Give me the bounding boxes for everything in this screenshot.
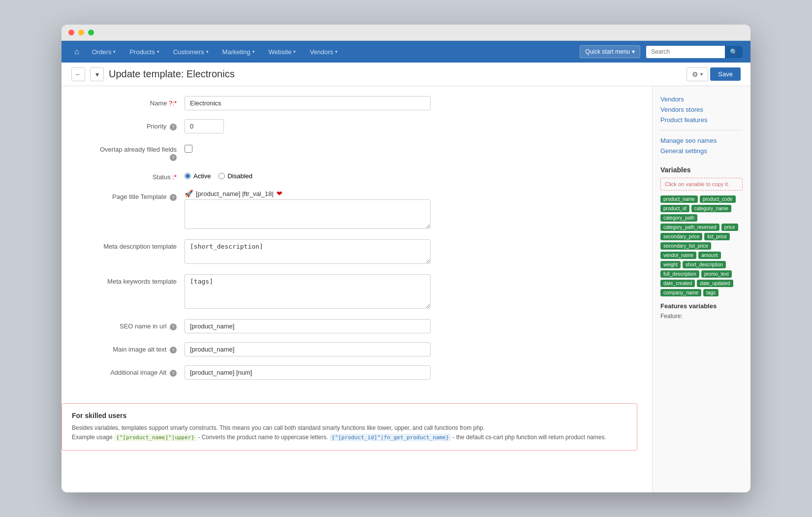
- save-button[interactable]: Save: [710, 67, 741, 81]
- status-active-radio[interactable]: [185, 173, 191, 179]
- back-button[interactable]: ←: [71, 67, 85, 81]
- sidebar-link-vendors[interactable]: Vendors: [660, 94, 743, 104]
- website-arrow-icon: ▾: [293, 49, 296, 54]
- additional-image-label: Additional image Alt ?: [76, 365, 185, 377]
- priority-input[interactable]: [185, 119, 224, 133]
- priority-help-icon[interactable]: ?: [170, 124, 177, 130]
- variable-tag-date_created[interactable]: date_created: [660, 280, 695, 287]
- overlap-field-row: Overlap already filled fields ?: [76, 142, 431, 161]
- status-radio-group: Active Disabled: [185, 170, 431, 180]
- sidebar-link-manage-seo[interactable]: Manage seo names: [660, 135, 743, 146]
- top-nav: ⌂ Orders ▾ Products ▾ Customers ▾ Market…: [62, 41, 750, 63]
- quick-start-menu[interactable]: Quick start menu ▾: [580, 45, 640, 58]
- orders-arrow-icon: ▾: [113, 49, 116, 54]
- close-dot[interactable]: [68, 30, 74, 35]
- variable-tag-secondary_list_price[interactable]: secondary_list_price: [660, 242, 711, 250]
- variable-tag-company_name[interactable]: company_name: [660, 289, 701, 296]
- code-example-2: {"[product_id]"|fn_get_product_name}: [330, 434, 451, 441]
- variable-tag-category_path[interactable]: category_path: [660, 214, 697, 222]
- main-image-help-icon[interactable]: ?: [170, 347, 177, 354]
- main-image-input[interactable]: [185, 342, 431, 356]
- main-image-field-row: Main image alt text ?: [76, 342, 431, 356]
- status-control: Active Disabled: [185, 170, 431, 180]
- overlap-control: [185, 142, 431, 154]
- page-title-help-icon[interactable]: ?: [170, 194, 177, 201]
- search-button[interactable]: 🔍: [725, 46, 743, 58]
- variable-tag-short_description[interactable]: short_description: [683, 261, 726, 268]
- feature-label: Feature:: [660, 313, 743, 320]
- minimize-dot[interactable]: [78, 30, 84, 35]
- page-title-display: 🚀 [product_name] |ftr_val_18| ❤: [185, 190, 431, 197]
- variable-tag-list_price[interactable]: list_price: [704, 233, 729, 240]
- variable-tag-date_updated[interactable]: date_updated: [697, 280, 733, 287]
- nav-products[interactable]: Products ▾: [124, 41, 165, 63]
- variable-tag-full_description[interactable]: full_description: [660, 270, 699, 278]
- status-disabled-option[interactable]: Disabled: [219, 172, 252, 180]
- variable-tag-tags[interactable]: tags: [703, 289, 718, 296]
- status-label: Status :*: [76, 170, 185, 181]
- nav-website[interactable]: Website ▾: [263, 41, 302, 63]
- overlap-checkbox[interactable]: [185, 145, 192, 153]
- sidebar-link-product-features[interactable]: Product features: [660, 115, 743, 125]
- sub-header: ← ▾ Update template: Electronics ⚙ ▾ Sav…: [62, 63, 750, 86]
- page-title: Update template: Electronics: [109, 68, 682, 80]
- skilled-users-text: Besides variables, templates support sma…: [72, 423, 627, 442]
- features-variables-title: Features variables: [660, 302, 743, 310]
- status-field-row: Status :* Active Dis: [76, 170, 431, 181]
- meta-keywords-textarea[interactable]: [tags]: [185, 274, 431, 309]
- variable-tag-product_code[interactable]: product_code: [700, 195, 736, 203]
- action-buttons: ⚙ ▾ Save: [687, 67, 741, 81]
- variable-tag-weight[interactable]: weight: [660, 261, 681, 268]
- search-input[interactable]: [646, 46, 725, 58]
- sidebar-link-vendors-stores[interactable]: Vendors stores: [660, 104, 743, 115]
- variable-tag-category_path_reversed[interactable]: category_path_reversed: [660, 224, 719, 231]
- code-example-1: {"[product_name]"|upper}: [114, 434, 196, 441]
- priority-control: [185, 119, 431, 133]
- home-nav-icon[interactable]: ⌂: [69, 43, 84, 60]
- variables-hint: Click on variable to copy it.: [660, 178, 743, 191]
- variable-tag-product_id[interactable]: product_id: [660, 205, 689, 212]
- additional-image-help-icon[interactable]: ?: [170, 370, 177, 377]
- search-bar: 🔍: [646, 46, 743, 58]
- additional-image-input[interactable]: [185, 365, 431, 380]
- seo-name-help-icon[interactable]: ?: [170, 323, 177, 330]
- variables-title: Variables: [660, 166, 743, 174]
- sidebar-links-section: Vendors Vendors stores Product features …: [660, 94, 743, 156]
- variable-tag-amount[interactable]: amount: [698, 252, 720, 259]
- meta-desc-textarea[interactable]: [short_description]: [185, 239, 431, 264]
- variable-tag-promo_text[interactable]: promo_text: [701, 270, 732, 278]
- variables-section: Variables Click on variable to copy it. …: [660, 166, 743, 320]
- nav-orders[interactable]: Orders ▾: [86, 41, 122, 63]
- meta-desc-control: [short_description]: [185, 239, 431, 265]
- maximize-dot[interactable]: [88, 30, 94, 35]
- page-title-textarea[interactable]: [185, 199, 431, 229]
- gear-button[interactable]: ⚙ ▾: [687, 67, 708, 81]
- right-sidebar: Vendors Vendors stores Product features …: [652, 86, 750, 492]
- variable-tag-secondary_price[interactable]: secondary_price: [660, 233, 702, 240]
- vendors-arrow-icon: ▾: [335, 49, 338, 54]
- marketing-arrow-icon: ▾: [252, 49, 255, 54]
- sidebar-link-general-settings[interactable]: General settings: [660, 146, 743, 156]
- rocket-icon: 🚀: [185, 190, 193, 197]
- customers-arrow-icon: ▾: [206, 49, 209, 54]
- status-active-option[interactable]: Active: [185, 172, 211, 180]
- overlap-help-icon[interactable]: ?: [170, 154, 177, 161]
- variable-tag-price[interactable]: price: [721, 224, 738, 231]
- seo-name-label: SEO name in url ?: [76, 319, 185, 330]
- name-input[interactable]: [185, 96, 431, 110]
- nav-marketing[interactable]: Marketing ▾: [217, 41, 261, 63]
- form-area: Name ?:* Priority ?: [62, 86, 652, 492]
- status-disabled-radio[interactable]: [219, 173, 225, 179]
- skilled-users-box: For skilled users Besides variables, tem…: [62, 403, 637, 451]
- name-label: Name ?:*: [76, 96, 185, 107]
- nav-customers[interactable]: Customers ▾: [167, 41, 215, 63]
- dropdown-button[interactable]: ▾: [90, 67, 104, 81]
- meta-keywords-label: Meta keywords template: [76, 274, 185, 285]
- seo-name-control: [185, 319, 431, 333]
- variable-tag-product_name[interactable]: product_name: [660, 195, 698, 203]
- variable-tag-vendor_name[interactable]: vendor_name: [660, 252, 696, 259]
- quick-start-arrow-icon: ▾: [632, 48, 635, 55]
- nav-vendors[interactable]: Vendors ▾: [304, 41, 344, 63]
- variable-tag-category_name[interactable]: category_name: [691, 205, 731, 212]
- seo-name-input[interactable]: [185, 319, 431, 333]
